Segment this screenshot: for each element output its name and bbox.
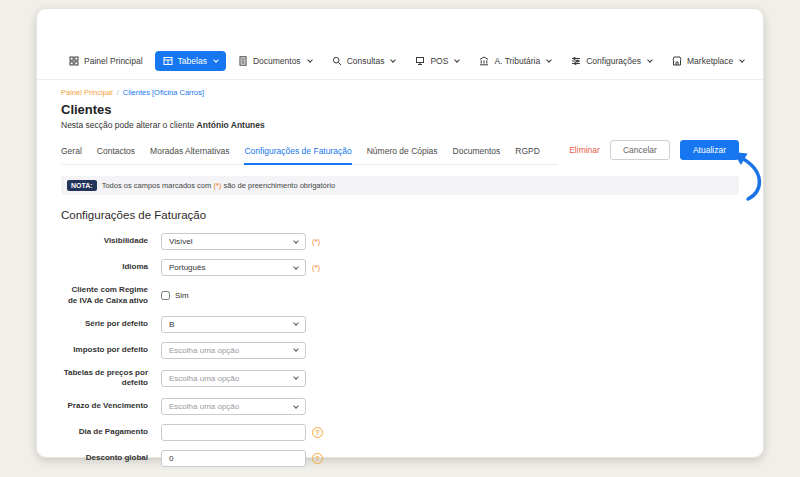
select-value: Português — [169, 263, 294, 272]
field-label: Prazo de Vencimento — [61, 401, 161, 412]
chevron-down-icon — [293, 238, 299, 244]
eliminar-button[interactable]: Eliminar — [569, 145, 600, 155]
checkbox-label: Sim — [175, 291, 189, 300]
dashboard-icon — [69, 56, 79, 66]
tab-rgpd[interactable]: RGPD — [515, 142, 540, 164]
form-row-idioma: Idioma Português (*) — [61, 259, 739, 276]
nav-item-label: Consultas — [347, 56, 385, 66]
chevron-down-icon — [455, 57, 461, 63]
note-text-after: são de preenchimento obrigatório — [221, 181, 335, 190]
tabelas-precos-select[interactable]: Escolha uma opção — [161, 370, 306, 387]
field-label: Desconto global — [61, 453, 161, 464]
chevron-down-icon — [293, 346, 299, 352]
note-text: Todos os campos marcados com (*) são de … — [102, 181, 335, 190]
breadcrumb-separator: / — [117, 88, 119, 97]
field-label: Série por defeito — [61, 319, 161, 330]
client-name: António Antunes — [197, 120, 265, 130]
chevron-down-icon — [293, 375, 299, 381]
nav-item-label: Configurações — [586, 56, 641, 66]
select-value: Escolha uma opção — [169, 374, 294, 383]
help-icon[interactable]: ? — [312, 427, 323, 438]
chevron-down-icon — [293, 403, 299, 409]
marketplace-icon — [672, 56, 682, 66]
idioma-select[interactable]: Português — [161, 259, 306, 276]
tabs-row: Geral Contactos Moradas Alternativas Con… — [61, 140, 739, 166]
chevron-down-icon — [391, 57, 397, 63]
chevron-down-icon — [546, 57, 552, 63]
field-label: Tabelas de preços por defeito — [61, 368, 161, 390]
tab-geral[interactable]: Geral — [61, 142, 82, 164]
subtitle-text: Nesta secção pode alterar o cliente — [61, 120, 197, 130]
nav-item-label: Documentos — [253, 56, 301, 66]
atualizar-button[interactable]: Atualizar — [680, 140, 739, 160]
help-icon[interactable]: ? — [312, 453, 323, 464]
imposto-select[interactable]: Escolha uma opção — [161, 342, 306, 359]
nav-item-consultas[interactable]: Consultas — [324, 51, 404, 71]
desconto-global-input[interactable] — [161, 450, 306, 467]
nav-item-tabelas[interactable]: Tabelas — [155, 51, 226, 71]
field-label: Cliente com Regime de IVA de Caixa ativo — [61, 285, 161, 307]
note-bar: NOTA: Todos os campos marcados com (*) s… — [61, 176, 739, 195]
dia-pagamento-input[interactable] — [161, 424, 306, 441]
form-row-prazo-vencimento: Prazo de Vencimento Escolha uma opção — [61, 398, 739, 415]
page-title: Clientes — [61, 102, 739, 117]
tab-documentos[interactable]: Documentos — [453, 142, 501, 164]
regime-iva-checkbox-wrap: Sim — [161, 291, 189, 300]
nav-item-label: Painel Principal — [84, 56, 143, 66]
prazo-vencimento-select[interactable]: Escolha uma opção — [161, 398, 306, 415]
required-marker: (*) — [312, 237, 320, 246]
chevron-down-icon — [307, 57, 313, 63]
chevron-down-icon — [213, 57, 219, 63]
form-row-dia-pagamento: Dia de Pagamento ? — [61, 424, 739, 441]
faturacao-form: Visibilidade Visível (*) Idioma Portuguê… — [61, 233, 739, 467]
nav-item-pos[interactable]: POS — [407, 51, 467, 71]
nav-item-configuracoes[interactable]: Configurações — [563, 51, 660, 71]
field-label: Idioma — [61, 262, 161, 273]
nav-item-label: Tabelas — [178, 56, 207, 66]
tab-moradas-alternativas[interactable]: Moradas Alternativas — [150, 142, 229, 164]
nav-item-documentos[interactable]: Documentos — [230, 51, 320, 71]
form-row-regime-iva: Cliente com Regime de IVA de Caixa ativo… — [61, 285, 739, 307]
tab-configuracoes-de-faturacao[interactable]: Configurações de Faturação — [244, 142, 351, 165]
breadcrumb: Painel Principal / Clientes [Oficina Car… — [61, 88, 739, 97]
select-value: Escolha uma opção — [169, 402, 294, 411]
regime-iva-checkbox[interactable] — [161, 291, 170, 300]
page-subtitle: Nesta secção pode alterar o cliente Antó… — [61, 120, 739, 130]
nav-item-label: A. Tributária — [494, 56, 540, 66]
field-label: Dia de Pagamento — [61, 427, 161, 438]
form-row-desconto-global: Desconto global ? — [61, 450, 739, 467]
tax-icon — [479, 56, 489, 66]
note-badge: NOTA: — [67, 180, 97, 191]
tables-icon — [163, 56, 173, 66]
form-row-serie: Série por defeito B — [61, 316, 739, 333]
tab-contactos[interactable]: Contactos — [97, 142, 135, 164]
nav-item-label: Marketplace — [687, 56, 733, 66]
pos-icon — [415, 56, 425, 66]
visibilidade-select[interactable]: Visível — [161, 233, 306, 250]
nav-item-painel-principal[interactable]: Painel Principal — [61, 51, 151, 71]
form-row-visibilidade: Visibilidade Visível (*) — [61, 233, 739, 250]
documents-icon — [238, 56, 248, 66]
field-label: Visibilidade — [61, 236, 161, 247]
chevron-down-icon — [647, 57, 653, 63]
app-window: Painel Principal Tabelas Documentos Cons… — [36, 8, 764, 458]
nav-item-tributaria[interactable]: A. Tributária — [471, 51, 559, 71]
select-value: B — [169, 320, 294, 329]
chevron-down-icon — [293, 264, 299, 270]
tab-numero-de-copias[interactable]: Número de Cópias — [367, 142, 438, 164]
top-navigation: Painel Principal Tabelas Documentos Cons… — [37, 51, 763, 80]
breadcrumb-clientes[interactable]: Clientes [Oficina Carros] — [123, 88, 204, 97]
action-buttons: Eliminar Cancelar Atualizar — [569, 140, 739, 166]
tab-bar: Geral Contactos Moradas Alternativas Con… — [61, 142, 558, 165]
breadcrumb-painel-principal[interactable]: Painel Principal — [61, 88, 113, 97]
note-text-before: Todos os campos marcados com — [102, 181, 214, 190]
field-label: Imposto por defeito — [61, 345, 161, 356]
search-icon — [332, 56, 342, 66]
nav-item-marketplace[interactable]: Marketplace — [664, 51, 752, 71]
cancelar-button[interactable]: Cancelar — [610, 140, 670, 160]
select-value: Visível — [169, 237, 294, 246]
required-marker: (*) — [312, 263, 320, 272]
settings-icon — [571, 56, 581, 66]
serie-select[interactable]: B — [161, 316, 306, 333]
chevron-down-icon — [740, 57, 746, 63]
